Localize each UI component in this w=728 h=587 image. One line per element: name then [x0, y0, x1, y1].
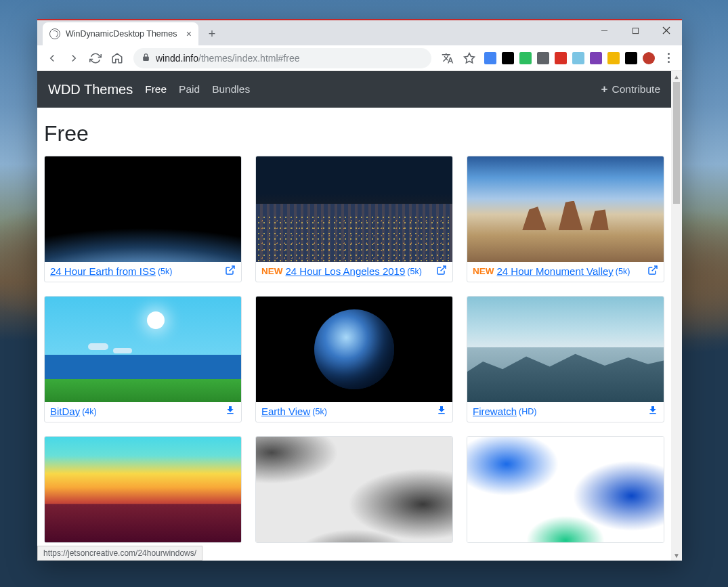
home-button[interactable] [108, 49, 127, 68]
new-tab-button[interactable]: + [202, 24, 221, 43]
section-title: Free [44, 121, 664, 146]
theme-thumbnail[interactable] [467, 156, 664, 262]
theme-card [255, 436, 453, 543]
extension-icon[interactable] [572, 52, 584, 64]
extension-icon[interactable] [643, 52, 655, 64]
plus-icon: + [601, 83, 608, 96]
theme-thumbnail[interactable] [467, 437, 664, 542]
theme-thumbnail[interactable] [256, 156, 452, 262]
extension-icon[interactable] [555, 52, 567, 64]
theme-card [467, 436, 664, 543]
close-tab-icon[interactable]: × [186, 28, 192, 39]
back-button[interactable] [43, 49, 62, 68]
theme-card: Earth View(5k) [255, 296, 453, 422]
card-footer: Firewatch(HD) [467, 402, 664, 422]
theme-resolution: (5k) [158, 267, 173, 276]
theme-thumbnail[interactable] [256, 297, 452, 402]
theme-resolution: (5k) [312, 407, 327, 416]
translate-icon[interactable] [438, 49, 457, 68]
theme-card: 24 Hour Earth from ISS(5k) [44, 156, 242, 282]
theme-thumbnail[interactable] [45, 437, 241, 542]
minimize-button[interactable] [588, 20, 620, 41]
theme-thumbnail[interactable] [467, 297, 664, 402]
scroll-thumb[interactable] [673, 82, 680, 204]
theme-thumbnail[interactable] [256, 437, 452, 542]
browser-toolbar: windd.info/themes/index.html#free [37, 45, 682, 71]
external-link-icon[interactable] [436, 265, 447, 278]
contribute-link[interactable]: + Contribute [601, 83, 660, 96]
lock-icon [142, 53, 150, 64]
external-link-icon[interactable] [225, 265, 236, 278]
address-bar[interactable]: windd.info/themes/index.html#free [133, 48, 431, 68]
extension-icon[interactable] [484, 52, 496, 64]
tab-strip: WinDynamicDesktop Themes × + [37, 20, 682, 45]
extension-icon[interactable] [537, 52, 549, 64]
url-text: windd.info/themes/index.html#free [156, 53, 299, 64]
site-navbar: WDD Themes FreePaidBundles + Contribute [37, 71, 671, 108]
download-icon[interactable] [225, 405, 236, 418]
new-badge: NEW [473, 266, 494, 276]
card-footer: NEW24 Hour Los Angeles 2019(5k) [256, 262, 452, 282]
globe-icon [49, 28, 60, 39]
theme-title-link[interactable]: Firewatch [473, 406, 517, 417]
extension-icon[interactable] [625, 52, 637, 64]
theme-resolution: (5k) [407, 267, 422, 276]
theme-resolution: (4k) [82, 407, 97, 416]
reload-button[interactable] [86, 49, 105, 68]
new-badge: NEW [261, 266, 283, 276]
extension-icon[interactable] [590, 52, 602, 64]
browser-menu-button[interactable] [660, 53, 677, 63]
theme-thumbnail[interactable] [45, 156, 241, 262]
nav-link-free[interactable]: Free [145, 83, 167, 95]
viewport: WDD Themes FreePaidBundles + Contribute … [37, 71, 682, 561]
theme-resolution: (HD) [519, 407, 536, 416]
external-link-icon[interactable] [647, 265, 658, 278]
theme-title-link[interactable]: Earth View [261, 406, 310, 417]
theme-title-link[interactable]: 24 Hour Los Angeles 2019 [286, 265, 406, 277]
site-brand[interactable]: WDD Themes [48, 82, 133, 97]
theme-title-link[interactable]: 24 Hour Earth from ISS [50, 265, 156, 277]
download-icon[interactable] [647, 405, 658, 418]
nav-link-bundles[interactable]: Bundles [212, 83, 250, 95]
maximize-button[interactable] [620, 20, 651, 41]
browser-tab[interactable]: WinDynamicDesktop Themes × [43, 22, 198, 45]
theme-thumbnail[interactable] [45, 297, 241, 402]
scrollbar[interactable]: ▲ ▼ [671, 71, 682, 561]
extension-icon[interactable] [519, 52, 532, 64]
window-controls [588, 20, 682, 41]
scroll-up-arrow[interactable]: ▲ [671, 71, 682, 82]
tab-title: WinDynamicDesktop Themes [66, 29, 177, 39]
theme-card: BitDay(4k) [44, 296, 242, 422]
download-icon[interactable] [436, 405, 447, 418]
nav-link-paid[interactable]: Paid [179, 83, 200, 95]
card-footer: Earth View(5k) [256, 402, 452, 422]
theme-title-link[interactable]: 24 Hour Monument Valley [497, 265, 614, 277]
status-bar: https://jetsoncreative.com/24hourwindows… [37, 546, 202, 561]
scroll-down-arrow[interactable]: ▼ [671, 550, 682, 561]
bookmark-star-icon[interactable] [460, 49, 479, 68]
extension-icon[interactable] [607, 52, 620, 64]
forward-button[interactable] [64, 49, 83, 68]
page-content: WDD Themes FreePaidBundles + Contribute … [37, 71, 671, 561]
browser-window: WinDynamicDesktop Themes × + windd.info/… [37, 19, 682, 561]
extension-icon[interactable] [502, 52, 514, 64]
theme-title-link[interactable]: BitDay [50, 406, 80, 417]
card-footer: NEW24 Hour Monument Valley(5k) [467, 262, 664, 282]
theme-card [44, 436, 242, 543]
card-footer: 24 Hour Earth from ISS(5k) [45, 262, 241, 282]
card-footer: BitDay(4k) [45, 402, 241, 422]
theme-card: Firewatch(HD) [467, 296, 664, 422]
theme-resolution: (5k) [616, 267, 630, 276]
theme-card: NEW24 Hour Los Angeles 2019(5k) [255, 156, 453, 282]
theme-grid: 24 Hour Earth from ISS(5k)NEW24 Hour Los… [44, 156, 664, 543]
theme-card: NEW24 Hour Monument Valley(5k) [467, 156, 664, 282]
extension-icons [481, 52, 658, 64]
svg-rect-1 [633, 28, 638, 33]
close-window-button[interactable] [651, 20, 682, 41]
